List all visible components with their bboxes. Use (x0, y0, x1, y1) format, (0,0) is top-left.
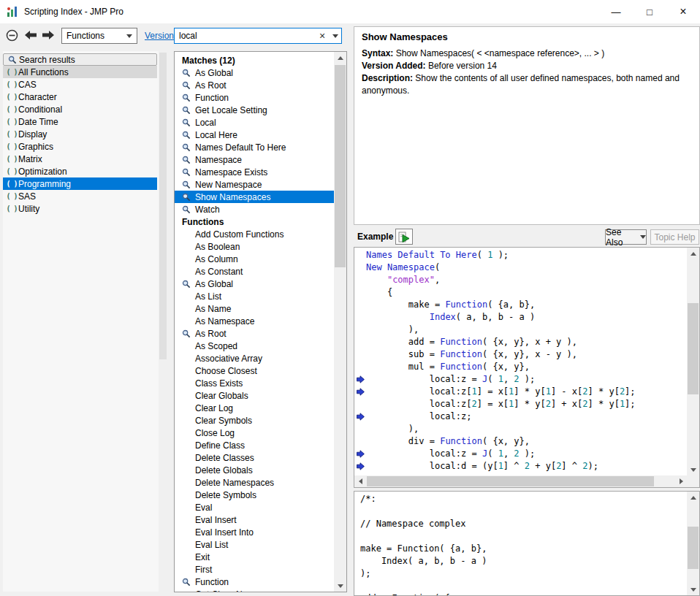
function-item-eval-insert-into[interactable]: Eval Insert Into (175, 526, 334, 538)
function-item-as-namespace[interactable]: As Namespace (175, 315, 334, 327)
results-scrollbar[interactable] (334, 52, 346, 592)
scroll-up-button[interactable] (334, 52, 346, 64)
forward-button[interactable] (40, 27, 56, 43)
see-also-dropdown[interactable]: See Also (605, 229, 647, 245)
function-item-delete-globals[interactable]: Delete Globals (175, 464, 334, 476)
function-item-get-class-names[interactable]: Get Class Names (175, 588, 334, 592)
sidebar-item-cas[interactable]: ( )CAS (3, 78, 157, 91)
function-item-as-boolean[interactable]: As Boolean (175, 240, 334, 253)
function-item-label: Function (195, 577, 229, 587)
topic-help-button[interactable]: Topic Help (650, 229, 699, 245)
match-item-new-namespace[interactable]: New Namespace (175, 178, 334, 191)
scrollbar-thumb[interactable] (335, 65, 346, 267)
scrollbar-thumb[interactable] (159, 53, 167, 359)
close-button[interactable]: × (666, 0, 700, 23)
function-item-as-root[interactable]: As Root (175, 327, 334, 340)
scroll-down-button[interactable] (334, 580, 346, 592)
back-button[interactable] (23, 27, 39, 43)
sidebar-item-optimization[interactable]: ( )Optimization (3, 165, 157, 177)
sidebar-item-display[interactable]: ( )Display (3, 128, 157, 140)
match-item-namespace-exists[interactable]: Namespace Exists (175, 166, 334, 178)
scrollbar-thumb[interactable] (688, 527, 699, 569)
function-item-eval[interactable]: Eval (175, 501, 334, 513)
scroll-up-button[interactable] (687, 492, 699, 503)
run-script-icon (398, 232, 410, 242)
sidebar-item-conditional[interactable]: ( )Conditional (3, 103, 157, 115)
example-log-output[interactable]: /*: // Namespace complex make = Function… (354, 491, 700, 596)
log-scrollbar[interactable] (687, 492, 699, 595)
function-item-clear-symbols[interactable]: Clear Symbols (175, 414, 334, 427)
function-item-delete-symbols[interactable]: Delete Symbols (175, 489, 334, 501)
match-item-show-namespaces[interactable]: Show Namespaces (175, 191, 334, 203)
code-text: New Namespace( (366, 261, 440, 274)
sidebar-item-utility[interactable]: ( )Utility (3, 202, 157, 215)
search-dropdown-button[interactable] (330, 34, 341, 38)
scrollbar-thumb[interactable] (688, 303, 699, 394)
clear-search-icon[interactable]: × (315, 30, 330, 42)
code-vertical-scrollbar[interactable] (687, 248, 699, 475)
sidebar-item-all-functions[interactable]: ( )All Functions (3, 66, 157, 78)
function-item-as-scoped[interactable]: As Scoped (175, 340, 334, 352)
function-item-add-custom-functions[interactable]: Add Custom Functions (175, 228, 334, 240)
category-dropdown[interactable]: Functions (61, 28, 137, 44)
function-item-eval-insert[interactable]: Eval Insert (175, 513, 334, 526)
function-item-close-log[interactable]: Close Log (175, 427, 334, 439)
scrollbar-thumb[interactable] (367, 476, 654, 486)
function-item-label: As Root (195, 329, 227, 339)
sidebar-scrollbar[interactable] (159, 51, 167, 592)
run-example-button[interactable] (395, 229, 413, 245)
function-item-as-constant[interactable]: As Constant (175, 265, 334, 278)
match-item-watch[interactable]: Watch (175, 203, 334, 215)
function-item-choose-closest[interactable]: Choose Closest (175, 364, 334, 377)
sidebar-item-search-results[interactable]: Search results (3, 53, 157, 66)
match-item-as-global[interactable]: As Global (175, 66, 334, 79)
match-item-local[interactable]: Local (175, 116, 334, 129)
function-item-label: Define Class (195, 440, 245, 451)
function-item-as-global[interactable]: As Global (175, 278, 334, 290)
match-item-names-default-to-here[interactable]: Names Default To Here (175, 141, 334, 153)
maximize-button[interactable]: □ (633, 0, 666, 23)
search-input[interactable] (175, 29, 315, 42)
scroll-up-button[interactable] (687, 248, 699, 259)
sidebar-item-sas[interactable]: ( )SAS (3, 190, 157, 202)
function-item-clear-log[interactable]: Clear Log (175, 402, 334, 414)
function-item-exit[interactable]: Exit (175, 551, 334, 563)
match-item-local-here[interactable]: Local Here (175, 129, 334, 141)
match-item-namespace[interactable]: Namespace (175, 153, 334, 166)
version-link[interactable]: Version (145, 31, 174, 41)
function-item-associative-array[interactable]: Associative Array (175, 352, 334, 364)
function-item-function[interactable]: Function (175, 576, 334, 588)
sidebar-item-matrix[interactable]: ( )Matrix (3, 153, 157, 165)
function-item-define-class[interactable]: Define Class (175, 439, 334, 451)
code-line: local:z[1] = x[1] * y[1] - x[2] * y[2]; (354, 386, 687, 398)
scroll-down-button[interactable] (687, 584, 699, 595)
function-item-as-list[interactable]: As List (175, 290, 334, 302)
code-line: mul = Function( {x, y}, (354, 361, 687, 373)
sidebar-item-label: Conditional (18, 104, 62, 115)
code-horizontal-scrollbar[interactable] (354, 475, 687, 487)
function-item-class-exists[interactable]: Class Exists (175, 377, 334, 389)
function-item-first[interactable]: First (175, 563, 334, 576)
sidebar-item-character[interactable]: ( )Character (3, 91, 157, 103)
function-item-eval-list[interactable]: Eval List (175, 538, 334, 551)
function-item-delete-namespaces[interactable]: Delete Namespaces (175, 476, 334, 489)
chevron-down-icon (126, 34, 132, 38)
sidebar-item-programming[interactable]: ( )Programming (3, 177, 157, 190)
forward-arrow-icon (42, 31, 54, 39)
match-item-as-root[interactable]: As Root (175, 79, 334, 91)
minimize-button[interactable]: — (599, 0, 633, 23)
scroll-right-button[interactable] (675, 475, 687, 487)
sidebar-item-date-time[interactable]: ( )Date Time (3, 115, 157, 128)
scroll-down-button[interactable] (687, 464, 699, 475)
function-item-clear-globals[interactable]: Clear Globals (175, 389, 334, 402)
collapse-button[interactable] (4, 27, 20, 43)
function-item-as-column[interactable]: As Column (175, 253, 334, 265)
example-code-editor[interactable]: Names Default To Here( 1 );New Namespace… (354, 247, 700, 488)
function-item-as-name[interactable]: As Name (175, 302, 334, 315)
match-item-get-locale-setting[interactable]: Get Locale Setting (175, 104, 334, 116)
match-item-function[interactable]: Function (175, 91, 334, 104)
function-item-label: Add Custom Functions (195, 229, 284, 240)
function-item-delete-classes[interactable]: Delete Classes (175, 451, 334, 464)
sidebar-item-graphics[interactable]: ( )Graphics (3, 140, 157, 153)
scroll-left-button[interactable] (354, 475, 366, 487)
